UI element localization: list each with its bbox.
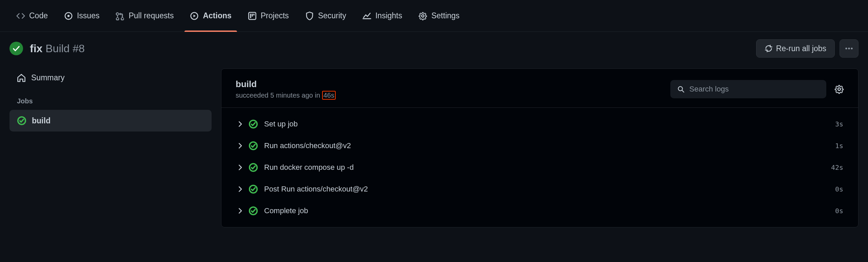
chevron-right-icon xyxy=(236,185,244,193)
content: Summary Jobs build build succeeded 5 min… xyxy=(0,68,868,227)
check-circle-icon xyxy=(249,206,258,216)
repo-tabs: Code Issues Pull requests Actions Projec… xyxy=(0,0,868,32)
gear-icon xyxy=(418,12,427,20)
job-status-line: succeeded 5 minutes ago in 46s xyxy=(236,92,336,99)
tab-label: Insights xyxy=(375,11,402,20)
shield-icon xyxy=(305,12,314,20)
step-duration: 0s xyxy=(835,185,843,193)
workflow-name: Build xyxy=(45,42,70,55)
steps-list: Set up job 3s Run actions/checkout@v2 1s… xyxy=(221,108,858,227)
step-name: Run actions/checkout@v2 xyxy=(264,141,351,150)
run-header: fix Build #8 Re-run all jobs xyxy=(0,32,868,68)
git-pull-request-icon xyxy=(116,12,124,20)
run-title: fix Build #8 xyxy=(30,42,85,55)
rerun-all-jobs-button[interactable]: Re-run all jobs xyxy=(756,39,835,58)
job-status-time-ago: 5 minutes ago xyxy=(270,92,313,99)
graph-icon xyxy=(362,12,371,20)
step-row[interactable]: Run actions/checkout@v2 1s xyxy=(229,135,851,157)
sidebar-item-summary[interactable]: Summary xyxy=(9,68,212,87)
search-logs-input[interactable] xyxy=(689,84,820,94)
tab-settings[interactable]: Settings xyxy=(412,0,466,32)
sidebar-item-label: Summary xyxy=(31,73,64,82)
check-circle-icon xyxy=(17,116,26,125)
step-duration: 42s xyxy=(831,163,843,172)
svg-point-9 xyxy=(848,47,850,49)
commit-message: fix xyxy=(30,42,42,55)
sidebar-jobs-heading: Jobs xyxy=(9,87,212,110)
home-icon xyxy=(17,74,26,82)
svg-point-1 xyxy=(67,15,70,17)
svg-point-8 xyxy=(845,47,847,49)
run-status-icon xyxy=(9,42,23,55)
step-row[interactable]: Set up job 3s xyxy=(229,113,851,135)
button-label: Re-run all jobs xyxy=(776,44,826,53)
check-circle-icon xyxy=(249,141,258,150)
sidebar-job-build[interactable]: build xyxy=(9,110,212,132)
tab-issues[interactable]: Issues xyxy=(57,0,106,32)
step-row[interactable]: Complete job 0s xyxy=(229,200,851,222)
job-status-in: in xyxy=(315,92,320,99)
step-duration: 1s xyxy=(835,142,843,150)
issue-icon xyxy=(64,12,73,20)
tab-projects[interactable]: Projects xyxy=(241,0,296,32)
tab-code[interactable]: Code xyxy=(9,0,55,32)
code-icon xyxy=(16,12,25,20)
chevron-right-icon xyxy=(236,164,244,171)
svg-point-12 xyxy=(678,86,682,90)
sync-icon xyxy=(765,44,773,53)
kebab-icon xyxy=(845,44,853,53)
svg-rect-5 xyxy=(252,14,253,16)
tab-security[interactable]: Security xyxy=(298,0,353,32)
panel-settings-button[interactable] xyxy=(834,84,844,94)
tab-label: Pull requests xyxy=(129,11,174,20)
check-circle-icon xyxy=(249,184,258,194)
step-name: Set up job xyxy=(264,120,298,128)
job-name: build xyxy=(236,79,336,89)
chevron-right-icon xyxy=(236,142,244,149)
step-row[interactable]: Run docker compose up -d 42s xyxy=(229,157,851,178)
svg-point-13 xyxy=(838,88,841,90)
run-number: #8 xyxy=(73,42,85,55)
svg-rect-6 xyxy=(253,14,254,15)
tab-actions[interactable]: Actions xyxy=(183,0,238,32)
tab-label: Actions xyxy=(203,11,231,20)
tab-label: Issues xyxy=(77,11,99,20)
tab-label: Projects xyxy=(261,11,289,20)
play-icon xyxy=(190,12,199,20)
run-more-menu-button[interactable] xyxy=(840,39,859,58)
search-logs-box[interactable] xyxy=(670,80,826,98)
check-icon xyxy=(12,44,21,53)
svg-point-10 xyxy=(851,47,853,49)
sidebar: Summary Jobs build xyxy=(4,68,221,227)
check-circle-icon xyxy=(249,119,258,129)
project-icon xyxy=(248,12,257,20)
search-icon xyxy=(677,85,685,93)
tab-label: Code xyxy=(29,11,48,20)
job-title-block: build succeeded 5 minutes ago in 46s xyxy=(236,79,336,99)
svg-point-7 xyxy=(422,15,424,17)
job-panel-header: build succeeded 5 minutes ago in 46s xyxy=(221,69,858,108)
chevron-right-icon xyxy=(236,120,244,128)
tab-label: Settings xyxy=(431,11,459,20)
step-duration: 0s xyxy=(835,207,843,215)
step-row[interactable]: Post Run actions/checkout@v2 0s xyxy=(229,178,851,200)
job-panel: build succeeded 5 minutes ago in 46s Set… xyxy=(221,68,859,227)
sidebar-job-label: build xyxy=(32,116,51,125)
step-name: Post Run actions/checkout@v2 xyxy=(264,185,368,194)
tab-pull-requests[interactable]: Pull requests xyxy=(109,0,180,32)
step-duration: 3s xyxy=(835,120,843,128)
tab-insights[interactable]: Insights xyxy=(356,0,409,32)
chevron-right-icon xyxy=(236,207,244,215)
job-duration: 46s xyxy=(322,91,336,100)
check-circle-icon xyxy=(249,163,258,172)
step-name: Complete job xyxy=(264,206,308,215)
job-status-prefix: succeeded xyxy=(236,92,269,99)
tab-label: Security xyxy=(318,11,346,20)
step-name: Run docker compose up -d xyxy=(264,163,354,172)
svg-rect-4 xyxy=(250,14,251,18)
